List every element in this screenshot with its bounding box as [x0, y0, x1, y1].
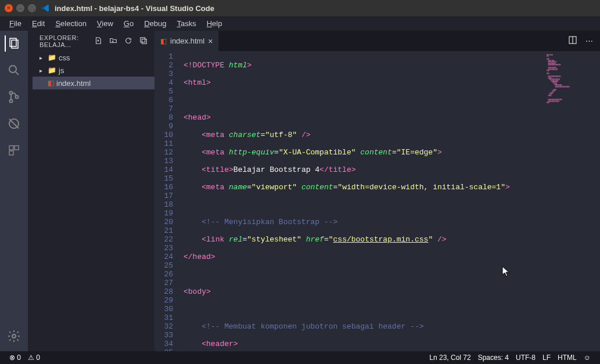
- tree-folder-js[interactable]: ▸📁js: [33, 64, 155, 77]
- tabbar: ◧ index.html × ⋯: [155, 31, 600, 51]
- menu-view[interactable]: View: [92, 18, 118, 29]
- new-file-icon[interactable]: [94, 37, 102, 46]
- menu-go[interactable]: Go: [119, 18, 138, 29]
- sidebar: EXPLORER: BELAJA... ▸📁css ▸📁js ◧index.ht…: [28, 31, 155, 351]
- status-feedback-icon[interactable]: ☺: [580, 354, 594, 362]
- status-cursor-pos[interactable]: Ln 23, Col 72: [426, 354, 474, 362]
- status-language[interactable]: HTML: [554, 354, 580, 362]
- close-icon[interactable]: ✕: [5, 4, 13, 12]
- html-icon: ◧: [160, 37, 167, 45]
- status-encoding[interactable]: UTF-8: [512, 354, 539, 362]
- svg-point-2: [9, 66, 16, 73]
- gutter: 1234567891011121314151617181920212223242…: [155, 51, 184, 351]
- extensions-icon[interactable]: [6, 142, 22, 158]
- status-eol[interactable]: LF: [539, 354, 554, 362]
- collapse-icon[interactable]: [139, 37, 148, 46]
- vscode-icon: [41, 3, 50, 13]
- code-content[interactable]: <!DOCTYPE html> <html> <head> <meta char…: [184, 51, 600, 351]
- menu-debug[interactable]: Debug: [139, 18, 171, 29]
- sidebar-header: EXPLORER: BELAJA...: [28, 31, 155, 51]
- tab-index-html[interactable]: ◧ index.html ×: [155, 31, 218, 51]
- statusbar: ⊗ 0 ⚠ 0 Ln 23, Col 72 Spaces: 4 UTF-8 LF…: [0, 351, 600, 364]
- refresh-icon[interactable]: [124, 37, 132, 46]
- minimize-icon[interactable]: –: [16, 4, 24, 12]
- svg-rect-9: [9, 146, 13, 150]
- settings-icon[interactable]: [6, 328, 22, 344]
- tab-label: index.html: [170, 37, 204, 45]
- menu-selection[interactable]: Selection: [51, 18, 91, 29]
- file-tree: ▸📁css ▸📁js ◧index.html: [28, 51, 155, 89]
- svg-point-5: [10, 100, 13, 103]
- svg-point-4: [10, 92, 13, 95]
- svg-line-3: [16, 72, 19, 75]
- svg-rect-0: [10, 38, 16, 46]
- tree-folder-css[interactable]: ▸📁css: [33, 51, 155, 64]
- status-errors[interactable]: ⊗ 0: [6, 354, 24, 362]
- status-warnings[interactable]: ⚠ 0: [24, 354, 44, 362]
- menu-file[interactable]: File: [5, 18, 26, 29]
- menu-edit[interactable]: Edit: [27, 18, 49, 29]
- sidebar-title: EXPLORER: BELAJA...: [39, 34, 91, 48]
- activitybar: [0, 31, 28, 351]
- explorer-icon[interactable]: [5, 35, 22, 52]
- svg-point-12: [12, 334, 16, 338]
- debug-icon[interactable]: [6, 116, 22, 132]
- menubar: File Edit Selection View Go Debug Tasks …: [0, 16, 600, 31]
- new-folder-icon[interactable]: [109, 37, 117, 46]
- svg-rect-14: [142, 39, 146, 44]
- svg-rect-10: [15, 146, 19, 150]
- status-spaces[interactable]: Spaces: 4: [475, 354, 512, 362]
- close-tab-icon[interactable]: ×: [208, 37, 213, 46]
- editor-area: ◧ index.html × ⋯ 12345678910111213141516…: [155, 31, 600, 351]
- scm-icon[interactable]: [6, 89, 22, 105]
- editor[interactable]: 1234567891011121314151617181920212223242…: [155, 51, 600, 351]
- search-icon[interactable]: [6, 62, 22, 78]
- svg-rect-13: [141, 37, 145, 42]
- menu-tasks[interactable]: Tasks: [172, 18, 200, 29]
- svg-rect-1: [12, 40, 18, 48]
- window-title: index.html - belajar-bs4 - Visual Studio…: [55, 4, 214, 13]
- maximize-icon[interactable]: ▢: [28, 4, 36, 12]
- titlebar: ✕ – ▢ index.html - belajar-bs4 - Visual …: [0, 0, 600, 16]
- tree-file-index[interactable]: ◧index.html: [33, 77, 155, 89]
- split-editor-icon[interactable]: [568, 35, 577, 46]
- svg-point-6: [16, 96, 19, 99]
- menu-help[interactable]: Help: [202, 18, 227, 29]
- svg-rect-11: [9, 151, 13, 155]
- more-icon[interactable]: ⋯: [585, 37, 593, 45]
- window-controls: ✕ – ▢: [5, 4, 36, 12]
